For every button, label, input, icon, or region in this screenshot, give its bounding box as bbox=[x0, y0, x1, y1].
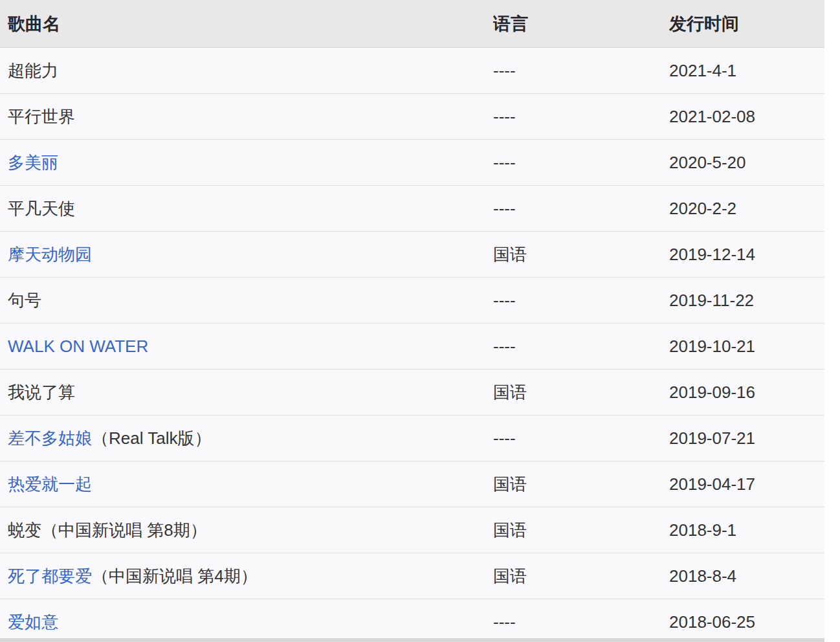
release-date-cell: 2018-8-4 bbox=[669, 566, 824, 586]
language-cell: 国语 bbox=[493, 473, 669, 496]
bottom-divider bbox=[0, 638, 824, 642]
table-row: 我说了算 国语 2019-09-16 bbox=[0, 370, 824, 415]
table-row: 句号 ---- 2019-11-22 bbox=[0, 278, 824, 324]
table-row: 平行世界 ---- 2021-02-08 bbox=[0, 94, 824, 140]
song-name-suffix: （中国新说唱 第4期） bbox=[92, 566, 258, 586]
song-name-cell: 热爱就一起 bbox=[8, 473, 493, 496]
song-name: 平行世界 bbox=[8, 107, 75, 126]
language-cell: ---- bbox=[493, 291, 669, 311]
release-date-cell: 2020-5-20 bbox=[669, 153, 824, 173]
table-header: 歌曲名 语言 发行时间 bbox=[0, 0, 824, 48]
table-row: 死了都要爱（中国新说唱 第4期） 国语 2018-8-4 bbox=[0, 553, 824, 599]
song-name-cell: 多美丽 bbox=[8, 151, 493, 174]
table-row: 差不多姑娘（Real Talk版） ---- 2019-07-21 bbox=[0, 415, 824, 461]
song-name-cell: 超能力 bbox=[8, 60, 493, 82]
song-name-cell: 我说了算 bbox=[8, 381, 493, 404]
table-row: 热爱就一起 国语 2019-04-17 bbox=[0, 461, 824, 507]
column-header-song-name: 歌曲名 bbox=[8, 12, 493, 36]
table-row: 爱如意 ---- 2018-06-25 bbox=[0, 599, 824, 642]
release-date-cell: 2021-4-1 bbox=[669, 61, 824, 81]
language-cell: ---- bbox=[493, 199, 669, 219]
song-name[interactable]: WALK ON WATER bbox=[8, 337, 148, 356]
song-name-cell: 死了都要爱（中国新说唱 第4期） bbox=[8, 565, 493, 588]
song-name-cell: 平凡天使 bbox=[8, 197, 493, 220]
language-cell: ---- bbox=[493, 61, 669, 81]
release-date-cell: 2019-10-21 bbox=[669, 337, 824, 357]
table-row: 蜕变（中国新说唱 第8期） 国语 2018-9-1 bbox=[0, 507, 824, 553]
column-header-release-date: 发行时间 bbox=[669, 12, 824, 36]
release-date-cell: 2020-2-2 bbox=[669, 199, 824, 219]
song-name-cell: 差不多姑娘（Real Talk版） bbox=[8, 427, 493, 450]
song-name: 句号 bbox=[8, 291, 41, 310]
song-name[interactable]: 爱如意 bbox=[8, 612, 58, 632]
table-row: 摩天动物园 国语 2019-12-14 bbox=[0, 232, 824, 278]
table-row: 平凡天使 ---- 2020-2-2 bbox=[0, 186, 824, 232]
table-row: 超能力 ---- 2021-4-1 bbox=[0, 48, 824, 94]
song-name[interactable]: 多美丽 bbox=[8, 153, 58, 172]
table-row: 多美丽 ---- 2020-5-20 bbox=[0, 140, 824, 186]
song-name[interactable]: 热爱就一起 bbox=[8, 474, 92, 494]
column-header-language: 语言 bbox=[493, 12, 669, 36]
song-name-cell: WALK ON WATER bbox=[8, 337, 493, 357]
language-cell: 国语 bbox=[493, 243, 669, 266]
table-row: WALK ON WATER ---- 2019-10-21 bbox=[0, 324, 824, 370]
table-body: 超能力 ---- 2021-4-1 平行世界 ---- 2021-02-08 多… bbox=[0, 48, 824, 642]
language-cell: ---- bbox=[493, 612, 669, 632]
song-name: 超能力 bbox=[8, 61, 58, 80]
song-name[interactable]: 死了都要爱 bbox=[8, 566, 92, 586]
release-date-cell: 2019-11-22 bbox=[669, 291, 824, 311]
language-cell: ---- bbox=[493, 107, 669, 127]
language-cell: ---- bbox=[493, 428, 669, 448]
release-date-cell: 2018-06-25 bbox=[669, 612, 824, 632]
release-date-cell: 2019-07-21 bbox=[669, 428, 824, 448]
song-name-suffix: （Real Talk版） bbox=[92, 428, 211, 448]
language-cell: ---- bbox=[493, 337, 669, 357]
song-name-cell: 平行世界 bbox=[8, 105, 493, 128]
song-name-cell: 蜕变（中国新说唱 第8期） bbox=[8, 519, 493, 542]
song-name: 平凡天使 bbox=[8, 199, 75, 218]
release-date-cell: 2019-12-14 bbox=[669, 245, 824, 265]
language-cell: 国语 bbox=[493, 519, 669, 542]
song-name: 蜕变（中国新说唱 第8期） bbox=[8, 520, 207, 540]
release-date-cell: 2018-9-1 bbox=[669, 520, 824, 540]
song-name-cell: 爱如意 bbox=[8, 611, 493, 634]
release-date-cell: 2019-04-17 bbox=[669, 474, 824, 494]
song-table: 歌曲名 语言 发行时间 超能力 ---- 2021-4-1 平行世界 ---- … bbox=[0, 0, 824, 642]
page: 歌曲名 语言 发行时间 超能力 ---- 2021-4-1 平行世界 ---- … bbox=[0, 0, 840, 642]
song-name[interactable]: 摩天动物园 bbox=[8, 245, 92, 264]
release-date-cell: 2021-02-08 bbox=[669, 107, 824, 127]
language-cell: ---- bbox=[493, 153, 669, 173]
language-cell: 国语 bbox=[493, 565, 669, 588]
release-date-cell: 2019-09-16 bbox=[669, 382, 824, 403]
song-name[interactable]: 差不多姑娘 bbox=[8, 428, 92, 448]
song-name-cell: 句号 bbox=[8, 289, 493, 312]
song-name: 我说了算 bbox=[8, 382, 75, 402]
song-name-cell: 摩天动物园 bbox=[8, 243, 493, 266]
language-cell: 国语 bbox=[493, 381, 669, 404]
